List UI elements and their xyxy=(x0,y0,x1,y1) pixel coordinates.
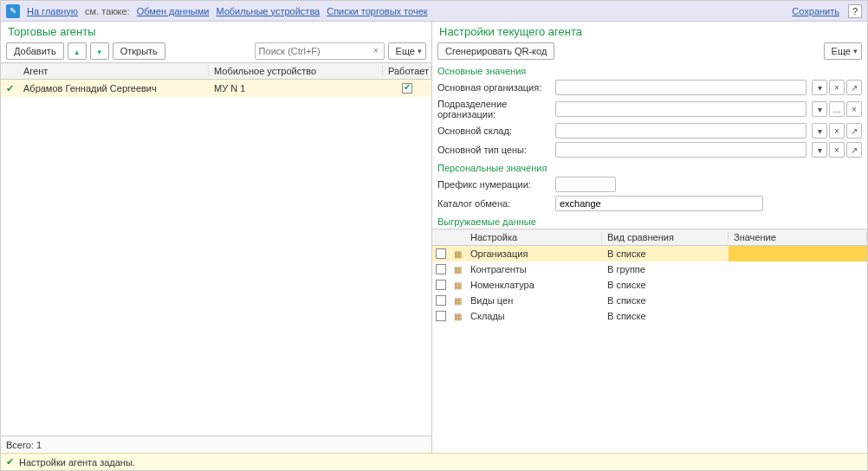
link-mobile[interactable]: Мобильные устройства xyxy=(216,6,320,16)
setting-compare: В списке xyxy=(602,311,729,321)
save-link[interactable]: Сохранить xyxy=(792,6,839,16)
filter-icon xyxy=(454,295,462,306)
agents-footer: Всего: 1 xyxy=(1,436,431,453)
org-open-button[interactable]: ↗ xyxy=(846,80,862,95)
input-wh[interactable] xyxy=(556,124,806,138)
status-text: Настройки агента заданы. xyxy=(19,457,135,468)
arrow-up-icon xyxy=(74,46,81,56)
section-upload: Выгружаемые данные xyxy=(432,213,867,229)
agents-more-button[interactable]: Еще xyxy=(388,42,426,60)
open-button[interactable]: Открыть xyxy=(113,42,165,60)
label-price: Основной тип цены: xyxy=(437,145,552,155)
qr-button[interactable]: Сгенерировать QR-код xyxy=(437,42,554,60)
col-agent[interactable]: Агент xyxy=(18,66,209,76)
settings-toolbar: Сгенерировать QR-код Еще xyxy=(432,40,867,62)
dept-clear-button[interactable]: × xyxy=(846,101,862,117)
status-ok-icon xyxy=(6,456,19,468)
org-clear-button[interactable]: × xyxy=(829,80,845,95)
clear-search-icon[interactable]: × xyxy=(370,44,382,56)
link-pos[interactable]: Списки торговых точек xyxy=(327,6,427,16)
total-label: Всего: xyxy=(6,440,34,450)
dept-dots-button[interactable]: … xyxy=(829,101,845,117)
app-icon: ✎ xyxy=(6,4,20,18)
col-device[interactable]: Мобильное устройство xyxy=(209,66,383,76)
label-catalog: Каталог обмена: xyxy=(437,198,552,209)
col-setting[interactable]: Настройка xyxy=(465,232,602,242)
move-down-button[interactable] xyxy=(90,42,109,60)
row-checkbox[interactable] xyxy=(436,311,446,321)
add-button[interactable]: Добавить xyxy=(6,42,64,60)
col-value[interactable]: Значение xyxy=(729,232,867,242)
agents-panel: Торговые агенты Добавить Открыть × Еще А… xyxy=(1,22,432,453)
col-compare[interactable]: Вид сравнения xyxy=(602,232,729,242)
see-also-label: см. также: xyxy=(85,6,130,16)
statusbar: Настройки агента заданы. xyxy=(1,453,867,470)
table-row[interactable]: СкладыВ списке xyxy=(432,308,867,324)
label-org: Основная организация: xyxy=(437,82,552,93)
settings-title: Настройки текущего агента xyxy=(432,22,867,40)
label-prefix: Префикс нумерации: xyxy=(437,179,552,190)
upload-grid[interactable]: ОрганизацияВ спискеКонтрагентыВ группеНо… xyxy=(432,246,867,453)
agents-grid-header: Агент Мобильное устройство Работает xyxy=(1,62,431,80)
link-exchange[interactable]: Обмен данными xyxy=(137,6,210,16)
wh-open-button[interactable]: ↗ xyxy=(846,123,862,139)
upload-grid-header: Настройка Вид сравнения Значение xyxy=(432,229,867,246)
input-dept[interactable] xyxy=(556,102,806,116)
table-row[interactable]: КонтрагентыВ группе xyxy=(432,261,867,277)
table-row[interactable]: ОрганизацияВ списке xyxy=(432,246,867,261)
settings-more-button[interactable]: Еще xyxy=(824,42,862,60)
table-row[interactable]: Абрамов Геннадий СергеевичМУ N 1 xyxy=(1,80,431,97)
setting-name: Номенклатура xyxy=(465,280,602,290)
check-icon xyxy=(6,83,14,94)
setting-compare: В списке xyxy=(602,248,729,259)
search-input[interactable] xyxy=(255,42,385,60)
label-dept: Подразделение организации: xyxy=(437,99,552,119)
row-checkbox[interactable] xyxy=(436,264,446,274)
filter-icon xyxy=(454,280,462,290)
move-up-button[interactable] xyxy=(68,42,87,60)
total-value: 1 xyxy=(36,440,42,450)
row-checkbox[interactable] xyxy=(436,248,446,259)
dept-select-button[interactable]: ▾ xyxy=(812,101,827,117)
setting-compare: В группе xyxy=(602,264,729,274)
table-row[interactable]: Виды ценВ списке xyxy=(432,293,867,308)
settings-panel: Настройки текущего агента Сгенерировать … xyxy=(432,22,867,453)
setting-name: Контрагенты xyxy=(465,264,602,274)
input-prefix[interactable] xyxy=(555,177,616,192)
setting-name: Виды цен xyxy=(465,295,602,306)
input-catalog[interactable] xyxy=(555,196,763,211)
agent-name: Абрамов Геннадий Сергеевич xyxy=(18,83,209,94)
filter-icon xyxy=(454,264,462,274)
setting-compare: В списке xyxy=(602,295,729,306)
section-main: Основные значения xyxy=(432,62,867,78)
input-price[interactable] xyxy=(556,143,806,157)
agents-toolbar: Добавить Открыть × Еще xyxy=(1,40,431,62)
input-org[interactable] xyxy=(556,81,806,94)
topbar: ✎ На главную см. также: Обмен данными Мо… xyxy=(1,1,867,22)
filter-icon xyxy=(454,311,462,321)
setting-value xyxy=(729,246,867,261)
table-row[interactable]: НоменклатураВ списке xyxy=(432,277,867,293)
section-personal: Персональные значения xyxy=(432,159,867,175)
setting-name: Организация xyxy=(465,248,602,259)
col-works[interactable]: Работает xyxy=(383,66,431,76)
agents-grid[interactable]: Абрамов Геннадий СергеевичМУ N 1 xyxy=(1,80,431,436)
price-open-button[interactable]: ↗ xyxy=(846,142,862,158)
help-button[interactable]: ? xyxy=(848,4,862,18)
price-clear-button[interactable]: × xyxy=(829,142,845,158)
setting-name: Склады xyxy=(465,311,602,321)
row-checkbox[interactable] xyxy=(436,280,446,290)
wh-clear-button[interactable]: × xyxy=(829,123,845,139)
works-checkbox[interactable] xyxy=(402,83,412,94)
setting-compare: В списке xyxy=(602,280,729,290)
wh-select-button[interactable]: ▾ xyxy=(812,123,827,139)
row-checkbox[interactable] xyxy=(436,295,446,306)
price-select-button[interactable]: ▾ xyxy=(812,142,827,158)
label-wh: Основной склад: xyxy=(437,126,552,136)
agent-device: МУ N 1 xyxy=(209,83,383,94)
arrow-down-icon xyxy=(96,46,103,56)
org-select-button[interactable]: ▾ xyxy=(812,80,827,95)
agents-title: Торговые агенты xyxy=(1,22,431,40)
filter-icon xyxy=(454,248,462,259)
link-home[interactable]: На главную xyxy=(27,6,78,16)
